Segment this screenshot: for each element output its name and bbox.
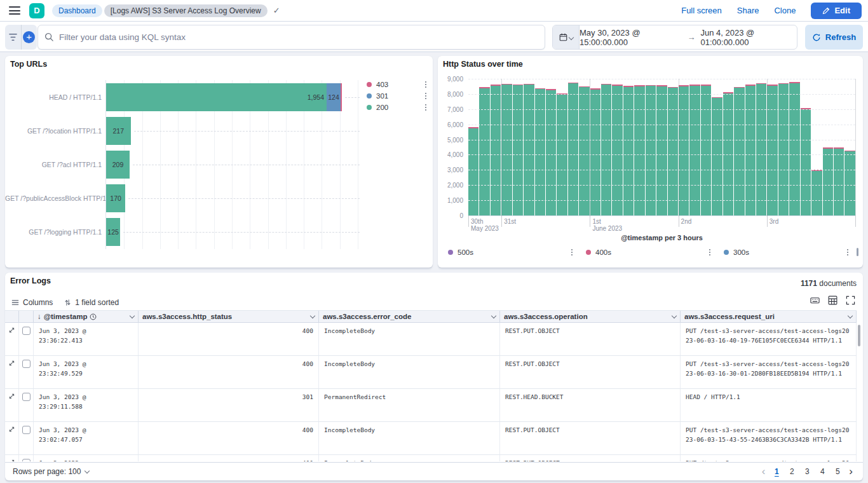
page-button-2[interactable]: 2 xyxy=(785,465,798,478)
legend-scrollbar[interactable] xyxy=(857,248,858,256)
rows-per-page-button[interactable]: Rows per page: 100 xyxy=(13,467,89,476)
refresh-button[interactable]: Refresh xyxy=(805,25,863,50)
bar-31[interactable] xyxy=(811,170,822,215)
bar-27[interactable] xyxy=(767,85,777,215)
bar-26[interactable] xyxy=(756,83,766,215)
expand-row-icon[interactable] xyxy=(8,459,15,461)
display-density-icon[interactable] xyxy=(828,296,837,305)
bar-2[interactable] xyxy=(491,85,501,215)
fullscreen-icon[interactable] xyxy=(846,296,855,305)
edit-button[interactable]: Edit xyxy=(811,3,862,19)
row-checkbox[interactable] xyxy=(22,393,31,401)
bar-19[interactable] xyxy=(679,85,689,215)
bar-13[interactable] xyxy=(612,85,622,215)
menu-icon[interactable] xyxy=(9,6,20,15)
bar-1[interactable] xyxy=(479,87,489,215)
bar-3[interactable] xyxy=(501,84,512,215)
bar-28[interactable] xyxy=(778,83,789,215)
bar-23[interactable] xyxy=(723,92,733,215)
bar-segment-301[interactable]: 124 xyxy=(327,83,341,111)
chevron-down-icon[interactable] xyxy=(848,313,853,318)
bar-segment-200[interactable]: 209 xyxy=(106,151,130,179)
date-to[interactable]: Jun 4, 2023 @ 01:00:00.000 xyxy=(701,28,797,47)
chevron-down-icon[interactable] xyxy=(672,313,677,318)
expand-row-icon[interactable] xyxy=(8,360,15,388)
legend-item-403[interactable]: 403 xyxy=(367,79,429,90)
page-button-1[interactable]: 1 xyxy=(770,465,783,478)
clone-link[interactable]: Clone xyxy=(774,6,796,15)
bar-4[interactable] xyxy=(513,85,523,215)
bar-11[interactable] xyxy=(590,88,600,215)
breadcrumb-dashboard[interactable]: Dashboard xyxy=(52,4,102,17)
legend-actions-icon[interactable] xyxy=(423,81,429,88)
bar-24[interactable] xyxy=(734,87,744,215)
bar-7[interactable] xyxy=(546,89,556,215)
bar-12[interactable] xyxy=(601,84,611,215)
legend-item-200[interactable]: 200 xyxy=(367,102,429,113)
bar-5[interactable] xyxy=(524,84,534,215)
legend-item-500s[interactable]: 500s xyxy=(448,247,586,258)
bar-14[interactable] xyxy=(623,86,634,215)
share-link[interactable]: Share xyxy=(737,6,759,15)
bar-segment-403[interactable] xyxy=(341,83,342,111)
legend-item-300s[interactable]: 300s xyxy=(724,247,862,258)
legend-item-400s[interactable]: 400s xyxy=(586,247,724,258)
filter-funnel-button[interactable] xyxy=(5,25,21,50)
bar-segment-200[interactable]: 170 xyxy=(106,184,125,212)
bar-34[interactable] xyxy=(844,151,855,215)
columns-button[interactable]: Columns xyxy=(11,298,53,307)
chevron-down-icon[interactable] xyxy=(491,313,496,318)
bar-21[interactable] xyxy=(701,85,711,215)
date-range-text[interactable]: May 30, 2023 @ 15:00:00.000 → Jun 4, 202… xyxy=(580,28,797,47)
bar-17[interactable] xyxy=(656,85,667,215)
bar-15[interactable] xyxy=(634,85,644,215)
bar-29[interactable] xyxy=(789,82,799,215)
sort-fields-button[interactable]: 1 field sorted xyxy=(64,298,119,307)
column-header-aws.s3access.operation[interactable]: aws.s3access.operation xyxy=(500,311,681,322)
expand-row-icon[interactable] xyxy=(8,327,15,355)
row-checkbox[interactable] xyxy=(22,327,31,335)
bar-25[interactable] xyxy=(745,85,756,215)
bar-9[interactable] xyxy=(568,83,578,215)
chevron-down-icon[interactable] xyxy=(310,313,315,318)
expand-row-icon[interactable] xyxy=(8,426,15,454)
bar-33[interactable] xyxy=(834,147,844,215)
legend-actions-icon[interactable] xyxy=(423,104,429,111)
bar-16[interactable] xyxy=(646,85,656,215)
expand-row-icon[interactable] xyxy=(8,393,15,421)
full-screen-link[interactable]: Full screen xyxy=(681,6,722,15)
space-avatar[interactable]: D xyxy=(29,3,44,18)
bar-segment-200[interactable]: 1,954 xyxy=(106,83,327,111)
column-header-@timestamp[interactable]: ↓@timestamp xyxy=(34,311,139,322)
keyboard-shortcuts-icon[interactable] xyxy=(810,296,820,305)
bar-22[interactable] xyxy=(712,97,722,215)
bar-32[interactable] xyxy=(823,147,833,215)
page-button-3[interactable]: 3 xyxy=(801,465,813,478)
bar-segment-200[interactable]: 217 xyxy=(106,117,131,145)
breadcrumb-current[interactable]: [Logs AWS] S3 Server Access Log Overview xyxy=(104,4,268,17)
date-picker-menu-button[interactable] xyxy=(553,25,580,49)
column-header-aws.s3access.request_uri[interactable]: aws.s3access.request_uri xyxy=(681,311,857,322)
bar-10[interactable] xyxy=(579,86,589,215)
chevron-down-icon[interactable] xyxy=(130,313,135,318)
bar-20[interactable] xyxy=(689,85,700,215)
legend-actions-icon[interactable] xyxy=(569,249,575,256)
page-button-5[interactable]: 5 xyxy=(831,465,844,478)
legend-actions-icon[interactable] xyxy=(707,249,713,256)
date-from[interactable]: May 30, 2023 @ 15:00:00.000 xyxy=(580,28,682,47)
column-header-aws.s3access.http_status[interactable]: aws.s3access.http_status xyxy=(139,311,319,322)
legend-item-301[interactable]: 301 xyxy=(367,90,429,102)
column-header-aws.s3access.error_code[interactable]: aws.s3access.error_code xyxy=(319,311,500,322)
legend-actions-icon[interactable] xyxy=(844,249,851,256)
page-button-4[interactable]: 4 xyxy=(816,465,829,478)
bar-segment-200[interactable]: 125 xyxy=(106,218,120,246)
row-checkbox[interactable] xyxy=(22,459,31,461)
grid-scrollbar[interactable] xyxy=(858,325,860,346)
row-checkbox[interactable] xyxy=(22,426,31,434)
add-filter-button[interactable]: + xyxy=(21,25,37,50)
next-page-button[interactable]: › xyxy=(846,466,855,477)
legend-actions-icon[interactable] xyxy=(423,93,429,100)
kql-search-input[interactable] xyxy=(59,32,538,42)
previous-page-button[interactable]: ‹ xyxy=(759,466,768,477)
bar-6[interactable] xyxy=(535,88,545,215)
